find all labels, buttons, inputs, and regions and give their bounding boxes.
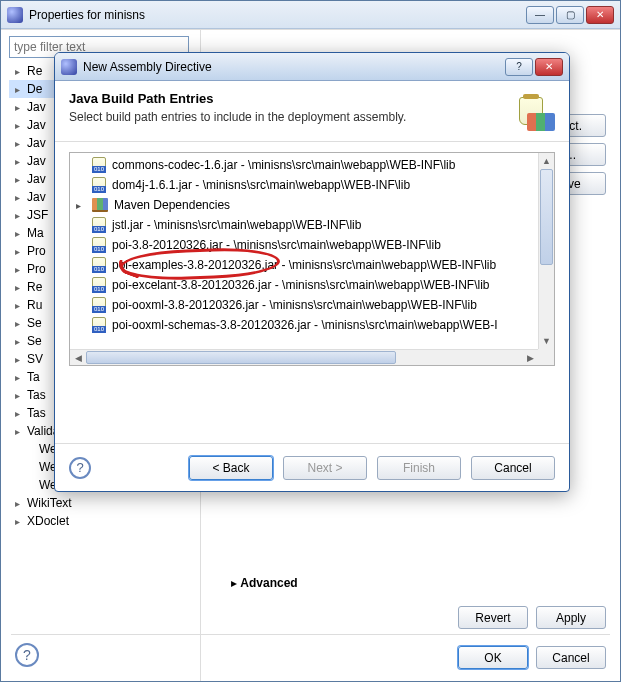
list-item[interactable]: poi-examples-3.8-20120326.jar - \minisns…: [76, 255, 538, 275]
scroll-right-icon[interactable]: ▶: [522, 350, 538, 365]
tree-expand-icon[interactable]: ▸: [15, 102, 27, 113]
tree-item-label: De: [27, 82, 42, 96]
finish-button[interactable]: Finish: [377, 456, 461, 480]
list-item[interactable]: jstl.jar - \minisns\src\main\webapp\WEB-…: [76, 215, 538, 235]
tree-expand-icon[interactable]: ▸: [15, 516, 27, 527]
tree-expand-icon[interactable]: ▸: [15, 264, 27, 275]
tree-expand-icon[interactable]: ▸: [15, 300, 27, 311]
advanced-section-toggle[interactable]: Advanced: [231, 576, 298, 590]
tree-expand-icon[interactable]: ▸: [15, 210, 27, 221]
tree-item-label: Pro: [27, 244, 46, 258]
eclipse-icon: [61, 59, 77, 75]
scroll-corner: [538, 349, 554, 365]
tree-item-label: Jav: [27, 154, 46, 168]
tree-item-label: Jav: [27, 190, 46, 204]
scroll-down-icon[interactable]: ▼: [539, 333, 554, 349]
dialog-subheading: Select build path entries to include in …: [69, 110, 507, 124]
tree-expand-icon[interactable]: ▸: [15, 282, 27, 293]
vertical-scroll-thumb[interactable]: [540, 169, 553, 265]
tree-item-label: Re: [27, 64, 42, 78]
horizontal-scroll-thumb[interactable]: [86, 351, 396, 364]
tree-item-label: JSF: [27, 208, 48, 222]
help-icon[interactable]: ?: [15, 643, 39, 667]
jar-icon: [92, 277, 106, 293]
tree-expand-icon[interactable]: ▸: [15, 354, 27, 365]
new-assembly-directive-dialog: New Assembly Directive ? ✕ Java Build Pa…: [54, 52, 570, 492]
tree-expand-icon[interactable]: ▸: [15, 156, 27, 167]
dialog-heading: Java Build Path Entries: [69, 91, 507, 106]
build-path-entries-list[interactable]: commons-codec-1.6.jar - \minisns\src\mai…: [69, 152, 555, 366]
close-button[interactable]: ✕: [586, 6, 614, 24]
ok-button[interactable]: OK: [458, 646, 528, 669]
tree-item-label: Tas: [27, 388, 46, 402]
dialog-help-titlebutton[interactable]: ?: [505, 58, 533, 76]
list-item[interactable]: poi-ooxml-schemas-3.8-20120326.jar - \mi…: [76, 315, 538, 335]
dialog-titlebar[interactable]: New Assembly Directive ? ✕: [55, 53, 569, 81]
dialog-title: New Assembly Directive: [83, 60, 212, 74]
tree-expand-icon[interactable]: ▸: [15, 228, 27, 239]
tree-expand-icon[interactable]: ▸: [15, 318, 27, 329]
tree-item-label: Jav: [27, 118, 46, 132]
vertical-scrollbar[interactable]: ▲ ▼: [538, 153, 554, 349]
expand-icon[interactable]: ▸: [76, 200, 86, 211]
tree-item-label: Se: [27, 334, 42, 348]
tree-expand-icon[interactable]: ▸: [15, 192, 27, 203]
tree-item-label: Pro: [27, 262, 46, 276]
horizontal-scrollbar[interactable]: ◀ ▶: [70, 349, 538, 365]
list-item-label: poi-excelant-3.8-20120326.jar - \minisns…: [112, 278, 490, 292]
jar-icon: [92, 237, 106, 253]
tree-expand-icon[interactable]: ▸: [15, 498, 27, 509]
eclipse-icon: [7, 7, 23, 23]
tree-expand-icon[interactable]: ▸: [15, 336, 27, 347]
list-item-label: poi-examples-3.8-20120326.jar - \minisns…: [112, 258, 496, 272]
tree-item-label: XDoclet: [27, 514, 69, 528]
properties-titlebar[interactable]: Properties for minisns — ▢ ✕: [1, 1, 620, 29]
tree-expand-icon[interactable]: ▸: [15, 174, 27, 185]
jar-icon: [92, 177, 106, 193]
tree-expand-icon[interactable]: ▸: [15, 390, 27, 401]
separator: [11, 634, 610, 635]
tree-item-label: Ma: [27, 226, 44, 240]
tree-expand-icon[interactable]: ▸: [15, 138, 27, 149]
list-item[interactable]: poi-3.8-20120326.jar - \minisns\src\main…: [76, 235, 538, 255]
tree-item-label: Jav: [27, 100, 46, 114]
list-item-label: commons-codec-1.6.jar - \minisns\src\mai…: [112, 158, 455, 172]
dialog-close-button[interactable]: ✕: [535, 58, 563, 76]
minimize-button[interactable]: —: [526, 6, 554, 24]
dialog-cancel-button[interactable]: Cancel: [471, 456, 555, 480]
tree-item-label: Re: [27, 280, 42, 294]
tree-expand-icon[interactable]: ▸: [15, 120, 27, 131]
list-item[interactable]: dom4j-1.6.1.jar - \minisns\src\main\weba…: [76, 175, 538, 195]
tree-expand-icon[interactable]: ▸: [15, 246, 27, 257]
tree-expand-icon[interactable]: ▸: [15, 66, 27, 77]
tree-item-label: Ru: [27, 298, 42, 312]
tree-item-label: Tas: [27, 406, 46, 420]
back-button[interactable]: < Back: [189, 456, 273, 480]
list-item[interactable]: ▸Maven Dependencies: [76, 195, 538, 215]
tree-item[interactable]: ▸WikiText: [9, 494, 196, 512]
tree-expand-icon[interactable]: ▸: [15, 426, 27, 437]
scroll-up-icon[interactable]: ▲: [539, 153, 554, 169]
list-item-label: poi-ooxml-schemas-3.8-20120326.jar - \mi…: [112, 318, 497, 332]
jar-icon: [92, 157, 106, 173]
cancel-button[interactable]: Cancel: [536, 646, 606, 669]
tree-expand-icon[interactable]: ▸: [15, 372, 27, 383]
maximize-button[interactable]: ▢: [556, 6, 584, 24]
apply-button[interactable]: Apply: [536, 606, 606, 629]
scroll-left-icon[interactable]: ◀: [70, 350, 86, 365]
revert-button[interactable]: Revert: [458, 606, 528, 629]
tree-item-label: Jav: [27, 172, 46, 186]
list-item-label: dom4j-1.6.1.jar - \minisns\src\main\weba…: [112, 178, 410, 192]
list-item[interactable]: commons-codec-1.6.jar - \minisns\src\mai…: [76, 155, 538, 175]
list-item-label: jstl.jar - \minisns\src\main\webapp\WEB-…: [112, 218, 361, 232]
dialog-header: Java Build Path Entries Select build pat…: [55, 81, 569, 142]
tree-item[interactable]: ▸XDoclet: [9, 512, 196, 530]
list-item-label: poi-ooxml-3.8-20120326.jar - \minisns\sr…: [112, 298, 477, 312]
list-item[interactable]: poi-ooxml-3.8-20120326.jar - \minisns\sr…: [76, 295, 538, 315]
dialog-help-icon[interactable]: ?: [69, 457, 91, 479]
list-item[interactable]: poi-excelant-3.8-20120326.jar - \minisns…: [76, 275, 538, 295]
jar-icon: [92, 217, 106, 233]
next-button[interactable]: Next >: [283, 456, 367, 480]
tree-expand-icon[interactable]: ▸: [15, 84, 27, 95]
tree-expand-icon[interactable]: ▸: [15, 408, 27, 419]
